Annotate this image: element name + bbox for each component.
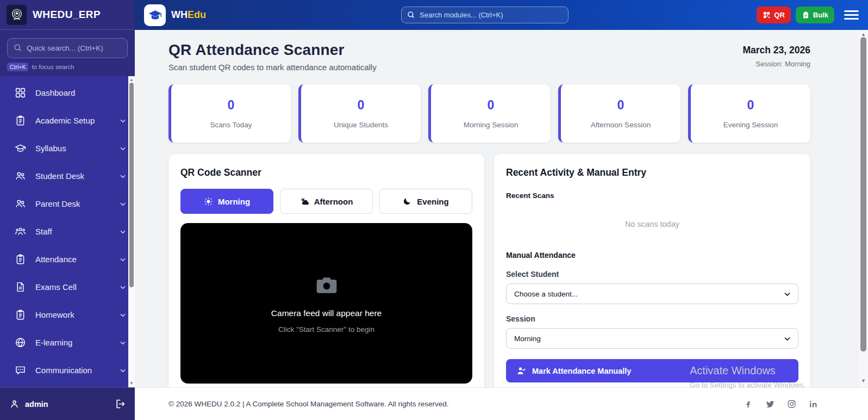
sidebar-item-e-learning[interactable]: E-learning	[0, 329, 135, 356]
session-button-label: Afternoon	[314, 197, 353, 206]
clipboard-list-icon	[15, 309, 26, 320]
sidebar-item-communication[interactable]: Communication	[0, 356, 135, 384]
session-button-morning[interactable]: Morning	[180, 189, 273, 214]
staff-group-icon	[15, 226, 26, 237]
page-content: QR Attendance Scanner Scan student QR co…	[135, 30, 868, 387]
session-button-evening[interactable]: Evening	[379, 189, 472, 214]
username-label: admin	[25, 400, 48, 409]
session-button-afternoon[interactable]: Afternoon	[280, 189, 373, 214]
camera-placeholder-text: Camera feed will appear here	[271, 308, 382, 318]
main-scrollbar[interactable]: ▲ ▼	[859, 30, 868, 387]
stat-card-morning-session: 0Morning Session	[428, 84, 551, 143]
globe-icon	[15, 337, 26, 348]
whedu-logo[interactable]	[144, 4, 166, 26]
navbar-brand: WHEdu	[171, 9, 206, 21]
main-scrollbar-thumb[interactable]	[860, 37, 866, 351]
sidebar-item-label: Dashboard	[35, 88, 75, 97]
sidebar-item-label: Academic Setup	[35, 116, 95, 125]
graduation-cap-icon	[15, 143, 26, 154]
instagram-icon[interactable]	[787, 399, 796, 409]
session-selector: MorningAfternoonEvening	[180, 189, 472, 214]
sidebar-header: WHEDU_ERP	[0, 0, 135, 30]
sidebar-search-section: Ctrl+K to focus search	[0, 30, 135, 76]
school-crest-logo	[7, 5, 27, 25]
chevron-down-icon	[118, 311, 127, 319]
session-select[interactable]: Morning	[506, 328, 798, 349]
stat-label: Unique Students	[334, 121, 388, 129]
sidebar-item-dashboard[interactable]: Dashboard	[0, 79, 135, 107]
qr-icon	[763, 11, 771, 19]
sidebar-brand-title: WHEDU_ERP	[33, 9, 101, 21]
scroll-down-icon[interactable]: ▼	[129, 381, 134, 386]
sidebar-item-attendance[interactable]: Attendance	[0, 245, 135, 273]
chevron-down-icon	[118, 283, 127, 292]
copyright-text: © 2026 WHEDU 2.0.2 | A Complete School M…	[168, 400, 448, 408]
session-label: Session	[506, 314, 798, 323]
current-date: March 23, 2026	[742, 45, 810, 56]
chevron-down-icon	[118, 366, 127, 375]
stat-label: Morning Session	[464, 121, 519, 129]
select-student-label: Select Student	[506, 270, 798, 279]
manual-attendance-label: Manual Attendance	[506, 251, 798, 260]
session-button-label: Morning	[218, 197, 250, 206]
stat-card-afternoon-session: 0Afternoon Session	[558, 84, 680, 143]
current-session: Session: Morning	[742, 60, 810, 68]
mark-attendance-button[interactable]: Mark Attendance Manually	[506, 359, 798, 382]
scroll-up-icon[interactable]: ▲	[861, 32, 866, 37]
camera-hint-text: Click "Start Scanner" to begin	[278, 325, 374, 333]
cloud-sun-icon	[300, 197, 309, 206]
sidebar-scrollbar[interactable]: ▲ ▼	[128, 76, 135, 387]
stat-value: 0	[358, 98, 365, 113]
page-title: QR Attendance Scanner	[168, 41, 377, 59]
clipboard-list-icon	[15, 115, 26, 126]
student-select-value: Choose a student...	[514, 290, 578, 298]
users-icon	[15, 170, 26, 182]
sidebar-item-student-desk[interactable]: Student Desk	[0, 162, 135, 190]
logout-icon[interactable]	[114, 398, 126, 410]
stat-value: 0	[747, 98, 754, 113]
stat-card-evening-session: 0Evening Session	[688, 84, 810, 143]
sidebar-item-staff[interactable]: Staff	[0, 218, 135, 245]
footer: © 2026 WHEDU 2.0.2 | A Complete School M…	[135, 387, 868, 420]
facebook-icon[interactable]	[744, 399, 753, 409]
search-icon	[13, 43, 22, 52]
scroll-up-icon[interactable]: ▲	[129, 78, 134, 82]
sidebar-item-label: E-learning	[35, 338, 72, 347]
sidebar-item-label: Homework	[35, 310, 74, 319]
student-select[interactable]: Choose a student...	[506, 283, 798, 304]
twitter-icon[interactable]	[765, 399, 775, 409]
recent-scans-label: Recent Scans	[506, 192, 798, 200]
session-select-value: Morning	[514, 335, 541, 343]
linkedin-icon[interactable]	[809, 399, 818, 409]
sidebar-user-bar: admin	[0, 387, 135, 420]
sidebar-item-parent-desk[interactable]: Parent Desk	[0, 190, 135, 218]
qr-scanner-panel: QR Code Scanner MorningAfternoonEvening …	[168, 154, 484, 387]
grid-icon	[15, 87, 26, 98]
chevron-down-icon	[783, 290, 791, 298]
document-icon	[15, 281, 26, 293]
sidebar-item-academic-setup[interactable]: Academic Setup	[0, 107, 135, 134]
navbar-actions: QRBulk	[757, 7, 859, 23]
sidebar-scrollbar-thumb[interactable]	[129, 83, 134, 287]
top-navbar: WHEdu QRBulk	[135, 0, 868, 30]
sidebar-item-label: Student Desk	[35, 171, 84, 181]
chevron-down-icon	[118, 144, 127, 153]
sidebar-item-syllabus[interactable]: Syllabus	[0, 134, 135, 162]
bulk-button[interactable]: Bulk	[796, 7, 834, 23]
sun-icon	[204, 197, 213, 206]
stat-value: 0	[488, 98, 495, 113]
sidebar: WHEDU_ERP Ctrl+K to focus search Dashboa…	[0, 0, 135, 420]
chat-icon	[15, 365, 26, 376]
scanner-panel-title: QR Code Scanner	[180, 167, 472, 178]
hamburger-menu-icon[interactable]	[844, 8, 859, 22]
person-check-icon	[516, 366, 527, 376]
scroll-down-icon[interactable]: ▼	[861, 379, 866, 384]
qr-button[interactable]: QR	[757, 7, 791, 23]
sidebar-item-homework[interactable]: Homework	[0, 301, 135, 329]
sidebar-item-label: Exams Cell	[35, 282, 77, 292]
sidebar-item-exams-cell[interactable]: Exams Cell	[0, 273, 135, 301]
quick-search-input[interactable]	[7, 38, 128, 58]
sidebar-item-label: Syllabus	[35, 144, 66, 153]
chevron-down-icon	[118, 172, 127, 181]
module-search-input[interactable]	[401, 7, 569, 23]
